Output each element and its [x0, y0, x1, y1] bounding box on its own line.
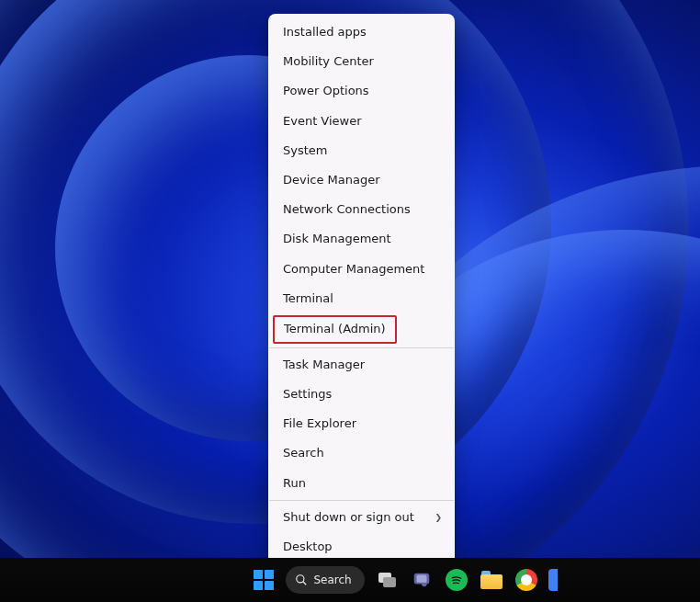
- menu-item-run[interactable]: Run: [270, 469, 453, 498]
- menu-item-installed-apps[interactable]: Installed apps: [270, 17, 453, 47]
- chat-icon: [412, 570, 432, 590]
- desktop-background: Installed apps Mobility Center Power Opt…: [0, 0, 700, 602]
- taskbar-search[interactable]: Search: [286, 566, 364, 594]
- menu-item-task-manager[interactable]: Task Manager: [270, 350, 453, 380]
- menu-item-mobility-center[interactable]: Mobility Center: [270, 47, 453, 76]
- taskbar-search-label: Search: [313, 574, 351, 586]
- search-icon: [295, 574, 308, 586]
- menu-item-device-manager[interactable]: Device Manager: [270, 165, 453, 195]
- taskbar-chrome-button[interactable]: [514, 567, 539, 593]
- start-button[interactable]: [251, 567, 277, 593]
- windows-logo-icon: [254, 570, 274, 590]
- taskbar-spotify-button[interactable]: [444, 567, 469, 593]
- taskbar-partial-app[interactable]: [548, 567, 559, 593]
- chrome-icon: [515, 569, 537, 591]
- menu-item-terminal-admin[interactable]: Terminal (Admin): [273, 315, 397, 344]
- svg-line-1: [303, 582, 307, 585]
- taskbar: Search: [0, 558, 700, 602]
- task-view-button[interactable]: [374, 567, 400, 593]
- menu-item-system[interactable]: System: [270, 136, 453, 165]
- taskbar-chat-button[interactable]: [409, 567, 435, 593]
- menu-item-search[interactable]: Search: [270, 438, 453, 468]
- taskbar-file-explorer-button[interactable]: [479, 567, 504, 593]
- menu-item-disk-management[interactable]: Disk Management: [270, 224, 453, 254]
- chevron-right-icon: ❯: [435, 512, 442, 524]
- menu-item-event-viewer[interactable]: Event Viewer: [270, 107, 453, 136]
- menu-divider: [269, 500, 454, 501]
- menu-item-power-options[interactable]: Power Options: [270, 76, 453, 106]
- svg-point-0: [297, 575, 304, 583]
- menu-item-settings[interactable]: Settings: [270, 380, 453, 409]
- power-user-menu: Installed apps Mobility Center Power Opt…: [268, 14, 455, 565]
- folder-icon: [480, 571, 502, 589]
- menu-item-file-explorer[interactable]: File Explorer: [270, 409, 453, 438]
- task-view-icon: [376, 569, 398, 591]
- menu-divider: [269, 347, 454, 348]
- menu-item-shut-down[interactable]: Shut down or sign out ❯: [270, 503, 453, 532]
- menu-item-terminal[interactable]: Terminal: [270, 284, 453, 313]
- menu-item-computer-management[interactable]: Computer Management: [270, 255, 453, 284]
- menu-item-network-connections[interactable]: Network Connections: [270, 195, 453, 224]
- app-icon: [548, 569, 558, 591]
- svg-rect-4: [416, 575, 426, 583]
- spotify-icon: [446, 569, 468, 591]
